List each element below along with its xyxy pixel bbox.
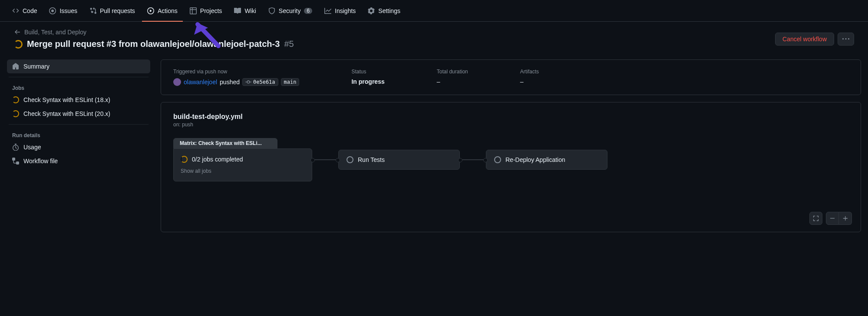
commit-sha-text: 0e5e61a (253, 79, 275, 85)
job-node-redeploy[interactable]: Re-Deploy Application (486, 150, 607, 170)
summary-trigger: Triggered via push now olawanlejoel push… (173, 69, 299, 86)
status-progress-icon (12, 110, 19, 117)
sidebar-job-18x[interactable]: Check Syntax with ESLint (18.x) (7, 93, 150, 107)
play-icon (147, 7, 154, 14)
summary-card: Triggered via push now olawanlejoel push… (161, 59, 861, 95)
nav-security-label: Security (279, 7, 301, 14)
sidebar-job-20x[interactable]: Check Syntax with ESLint (20.x) (7, 107, 150, 121)
sidebar-job-20x-label: Check Syntax with ESLint (20.x) (23, 110, 110, 117)
nav-actions-label: Actions (158, 7, 178, 14)
matrix-tab-label: Matrix: Check Syntax with ESLi... (173, 138, 277, 148)
minus-icon (829, 215, 835, 221)
nav-wiki-label: Wiki (244, 7, 256, 14)
show-all-jobs-link[interactable]: Show all jobs (181, 168, 305, 174)
duration-value: – (437, 78, 468, 85)
status-progress-icon (181, 156, 188, 163)
plus-icon (842, 215, 848, 221)
sidebar-workflow-file[interactable]: Workflow file (7, 154, 150, 168)
jobs-heading: Jobs (7, 81, 150, 93)
graph-connector (460, 159, 486, 160)
kebab-icon (842, 36, 849, 43)
status-value: In progress (351, 78, 384, 85)
actor-link[interactable]: olawanlejoel (184, 79, 217, 86)
branch-label[interactable]: main (281, 78, 300, 86)
status-progress-icon (14, 40, 23, 49)
nav-settings[interactable]: Settings (363, 0, 406, 21)
sidebar: Summary Jobs Check Syntax with ESLint (1… (7, 59, 150, 239)
gear-icon (368, 7, 375, 14)
sidebar-usage[interactable]: Usage (7, 140, 150, 154)
table-icon (190, 7, 197, 14)
run-title-text: Merge pull request #3 from olawanlejoel/… (27, 39, 280, 49)
commit-sha-link[interactable]: 0e5e61a (242, 78, 278, 86)
status-pending-icon (494, 156, 501, 163)
sidebar-usage-label: Usage (23, 144, 41, 151)
issue-icon (49, 7, 56, 14)
nav-code[interactable]: Code (7, 0, 42, 21)
pushed-text: pushed (220, 79, 240, 86)
summary-duration: Total duration – (437, 69, 468, 86)
nav-issues-label: Issues (59, 7, 77, 14)
status-pending-icon (347, 156, 353, 163)
summary-status: Status In progress (351, 69, 384, 86)
artifacts-value: – (520, 78, 539, 85)
zoom-out-button[interactable] (826, 212, 839, 225)
triggered-label: Triggered via push now (173, 69, 299, 75)
workflow-file-name: build-test-deploy.yml (173, 113, 848, 121)
job-node-label: Run Tests (358, 156, 385, 163)
fullscreen-button[interactable] (809, 212, 822, 225)
sidebar-summary[interactable]: Summary (7, 59, 150, 73)
nav-pulls-label: Pull requests (100, 7, 135, 14)
sidebar-job-18x-label: Check Syntax with ESLint (18.x) (23, 96, 110, 103)
arrow-left-icon (14, 29, 21, 36)
sidebar-divider (9, 77, 149, 77)
graph-icon (324, 7, 331, 14)
zoom-in-button[interactable] (839, 212, 852, 225)
avatar[interactable] (173, 78, 181, 86)
cancel-workflow-button[interactable]: Cancel workflow (775, 33, 834, 46)
breadcrumb-parent[interactable]: Build, Test, and Deploy (24, 29, 86, 36)
status-progress-icon (12, 96, 19, 103)
fullscreen-icon (813, 215, 819, 221)
git-pull-request-icon (89, 7, 96, 14)
sidebar-divider (9, 124, 149, 125)
nav-security[interactable]: Security 6 (263, 0, 317, 21)
shield-icon (268, 7, 275, 14)
nav-settings-label: Settings (378, 7, 400, 14)
matrix-progress-text: 0/2 jobs completed (192, 156, 243, 163)
content: Triggered via push now olawanlejoel push… (161, 59, 861, 239)
run-number: #5 (284, 39, 294, 49)
nav-actions[interactable]: Actions (142, 0, 183, 21)
book-icon (234, 7, 241, 14)
nav-wiki[interactable]: Wiki (229, 0, 261, 21)
job-node-label: Re-Deploy Application (505, 156, 565, 163)
sidebar-workflow-file-label: Workflow file (23, 158, 58, 165)
nav-insights[interactable]: Insights (319, 0, 361, 21)
workflow-icon (12, 158, 19, 165)
run-title: Merge pull request #3 from olawanlejoel/… (14, 39, 294, 49)
nav-issues[interactable]: Issues (44, 0, 82, 21)
code-icon (12, 7, 19, 14)
summary-artifacts: Artifacts – (520, 69, 539, 86)
stopwatch-icon (12, 144, 19, 151)
kebab-menu-button[interactable] (838, 33, 854, 46)
zoom-controls (809, 212, 852, 225)
workflow-graph[interactable]: Matrix: Check Syntax with ESLi... 0/2 jo… (173, 138, 848, 181)
nav-pulls[interactable]: Pull requests (84, 0, 140, 21)
git-commit-icon (245, 79, 251, 85)
job-node-run-tests[interactable]: Run Tests (338, 150, 460, 170)
sidebar-summary-label: Summary (23, 63, 50, 70)
nav-insights-label: Insights (335, 7, 356, 14)
graph-connector (312, 159, 338, 160)
nav-projects-label: Projects (200, 7, 222, 14)
home-icon (12, 63, 19, 70)
breadcrumb: Build, Test, and Deploy (14, 29, 294, 36)
status-label: Status (351, 69, 384, 75)
matrix-body[interactable]: 0/2 jobs completed Show all jobs (173, 148, 312, 181)
nav-projects[interactable]: Projects (185, 0, 228, 21)
workflow-graph-card: build-test-deploy.yml on: push Matrix: C… (161, 102, 861, 232)
repo-nav: Code Issues Pull requests Actions Projec… (0, 0, 868, 22)
run-details-heading: Run details (7, 128, 150, 140)
run-header: Build, Test, and Deploy Merge pull reque… (0, 22, 868, 59)
artifacts-label: Artifacts (520, 69, 539, 75)
